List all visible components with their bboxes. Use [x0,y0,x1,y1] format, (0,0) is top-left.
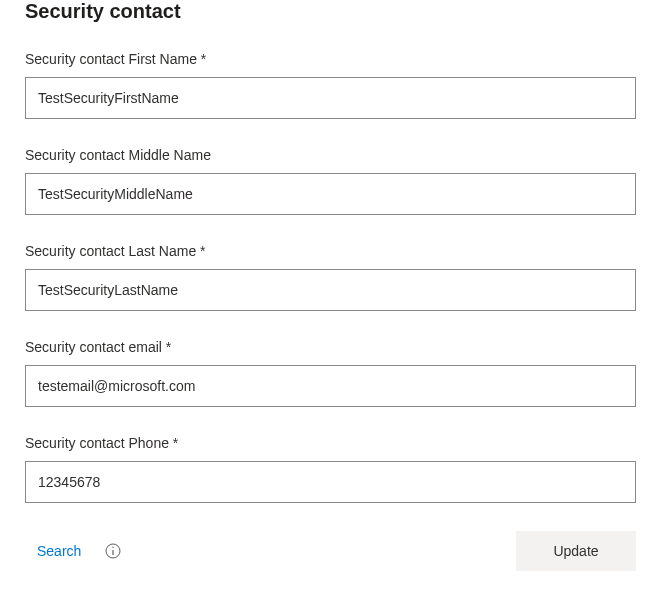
last-name-label: Security contact Last Name [25,243,636,259]
form-group-phone: Security contact Phone [25,435,636,503]
form-group-first-name: Security contact First Name [25,51,636,119]
email-input[interactable] [25,365,636,407]
section-title: Security contact [25,0,636,23]
phone-label: Security contact Phone [25,435,636,451]
middle-name-label: Security contact Middle Name [25,147,636,163]
footer-left: Search [25,543,121,559]
form-group-email: Security contact email [25,339,636,407]
footer-row: Search Update [25,531,636,571]
first-name-label: Security contact First Name [25,51,636,67]
middle-name-input[interactable] [25,173,636,215]
update-button[interactable]: Update [516,531,636,571]
email-label: Security contact email [25,339,636,355]
phone-input[interactable] [25,461,636,503]
first-name-input[interactable] [25,77,636,119]
last-name-input[interactable] [25,269,636,311]
info-icon[interactable] [105,543,121,559]
svg-point-2 [113,547,114,548]
search-link[interactable]: Search [37,543,81,559]
form-group-middle-name: Security contact Middle Name [25,147,636,215]
form-group-last-name: Security contact Last Name [25,243,636,311]
